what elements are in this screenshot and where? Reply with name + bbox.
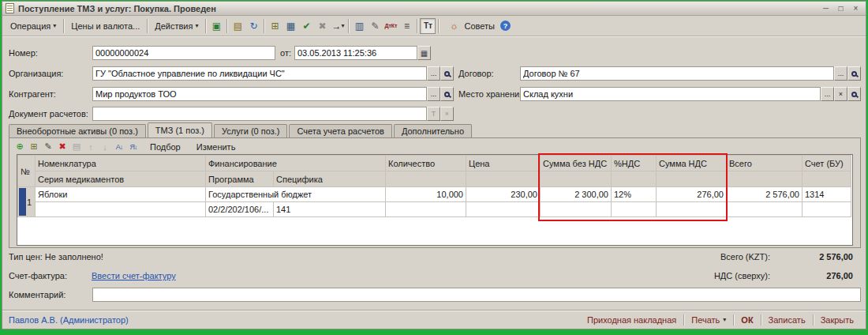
edit-row-icon[interactable]: ✎: [41, 140, 55, 153]
copy-document-icon[interactable]: ⊞: [267, 18, 282, 34]
col-header-empty: [386, 171, 466, 187]
price-cell[interactable]: 230,00: [466, 187, 541, 202]
document-window: Поступление ТМЗ и услуг: Покупка. Провед…: [2, 1, 866, 329]
col-header-financing: Финансирование: [206, 156, 386, 171]
dtkt-icon[interactable]: ДтКт: [383, 18, 398, 34]
organization-open-button[interactable]: [440, 66, 454, 81]
actions-button[interactable]: Действия ▾: [150, 19, 203, 33]
tab-additional[interactable]: Дополнительно: [394, 124, 472, 137]
empty-cell: [386, 202, 466, 217]
comment-input[interactable]: [92, 288, 861, 302]
counterparty-select-button[interactable]: ...: [427, 87, 440, 101]
counterparty-open-button[interactable]: [440, 87, 454, 101]
reread-icon[interactable]: ↻: [245, 18, 261, 34]
close-form-button[interactable]: Закрыть: [815, 314, 859, 326]
tips-label: Советы: [464, 21, 494, 31]
vat-sum-cell[interactable]: 276,00: [657, 187, 727, 202]
calendar-icon: ▦: [421, 49, 428, 58]
movements-icon[interactable]: ▥: [351, 18, 367, 34]
text-settings-icon[interactable]: Тт: [420, 18, 436, 34]
toolbar-separator: [264, 19, 264, 33]
nomenclature-cell[interactable]: Яблоки: [36, 187, 206, 202]
enter-invoice-link[interactable]: Ввести счет-фактуру: [92, 271, 176, 280]
row-number-cell[interactable]: 1: [18, 187, 36, 217]
prices-currency-button[interactable]: Цены и валюта...: [66, 19, 144, 33]
col-header-empty: [657, 171, 727, 187]
vat-total-row: НДС (сверху): 276,00: [714, 271, 853, 280]
tab-settlement-accounts[interactable]: Счета учета расчетов: [289, 124, 391, 137]
unpost-icon[interactable]: ✖: [314, 18, 330, 34]
command-separator: [813, 314, 814, 326]
contract-open-button[interactable]: [847, 66, 861, 81]
warehouse-open-button[interactable]: [847, 87, 861, 101]
warehouse-select-button[interactable]: ...: [821, 87, 834, 101]
current-user[interactable]: Павлов А.В. (Администратор): [9, 315, 129, 325]
minimize-button[interactable]: ─: [819, 2, 832, 14]
window-title: Поступление ТМЗ и услуг: Покупка. Провед…: [18, 4, 817, 13]
counterparty-input[interactable]: [92, 87, 427, 101]
incoming-invoice-button[interactable]: Приходная накладная: [582, 314, 682, 326]
operation-button[interactable]: Операция ▾: [6, 19, 61, 33]
number-input[interactable]: [92, 46, 275, 60]
titlebar: Поступление ТМЗ и услуг: Покупка. Провед…: [2, 2, 866, 16]
post-document-icon[interactable]: ▣: [208, 18, 224, 34]
add-row-icon[interactable]: ⊕: [13, 140, 27, 153]
command-separator: [761, 314, 761, 326]
ok-button[interactable]: ОК: [735, 314, 758, 326]
number-row: Номер: от: ▦: [9, 46, 858, 61]
settlement-doc-input[interactable]: [92, 107, 427, 121]
contract-input[interactable]: [520, 66, 834, 81]
copy-row-icon[interactable]: ⊞: [27, 140, 41, 153]
toolbar-separator: [205, 19, 206, 33]
vat-rate-cell[interactable]: 12%: [612, 187, 657, 202]
status-bar: Павлов А.В. (Администратор) Приходная на…: [2, 310, 866, 329]
tab-tmz[interactable]: ТМЗ (1 поз.): [148, 122, 212, 137]
specifics-cell[interactable]: 141: [274, 202, 386, 217]
row-number: 1: [27, 198, 32, 207]
tips-button[interactable]: ☼ Советы ?: [441, 16, 514, 36]
warehouse-input[interactable]: [520, 87, 821, 101]
series-cell[interactable]: [36, 202, 206, 217]
maximize-button[interactable]: □: [834, 2, 847, 14]
chevron-down-icon: ▾: [723, 316, 726, 323]
print-button[interactable]: Печать ▾: [686, 314, 731, 326]
organization-input[interactable]: [92, 66, 427, 81]
empty-cell: [466, 202, 541, 217]
organization-select-button[interactable]: ...: [427, 66, 440, 81]
go-to-icon[interactable]: → ▾: [330, 18, 346, 34]
col-header-empty: [803, 171, 851, 187]
delete-row-icon[interactable]: ✖: [55, 140, 69, 153]
structure-icon[interactable]: ≡: [398, 18, 414, 34]
invoice-label: Счет-фактура:: [9, 271, 67, 280]
edit-movements-icon[interactable]: ✎: [367, 18, 383, 34]
col-header-vat-sum: Сумма НДС: [657, 156, 727, 171]
toolbar-separator: [438, 19, 439, 33]
write-button[interactable]: Записать: [763, 314, 811, 326]
date-input[interactable]: [294, 46, 417, 60]
financing-cell[interactable]: Государственный бюджет: [206, 187, 386, 202]
invoice-row: Счет-фактура: Ввести счет-фактуру: [9, 271, 176, 280]
movements-list-icon[interactable]: ▤: [230, 18, 245, 34]
tab-services[interactable]: Услуги (0 поз.): [214, 124, 287, 137]
sort-asc-icon[interactable]: А↓: [112, 140, 126, 153]
save-icon[interactable]: ▦: [282, 18, 298, 34]
pick-button[interactable]: Подбор: [144, 141, 187, 152]
total-value: 2 576,00: [778, 252, 853, 262]
post-icon[interactable]: ✔: [298, 18, 314, 34]
sum-wo-vat-cell[interactable]: 2 300,00: [541, 187, 612, 202]
change-button[interactable]: Изменить: [190, 141, 242, 152]
sort-desc-icon[interactable]: Я↓: [126, 140, 140, 153]
account-cell[interactable]: 1314: [803, 187, 851, 202]
program-cell[interactable]: 02/2/202/106/...: [206, 202, 274, 217]
tab-noncurrent-assets[interactable]: Внеоборотные активы (0 поз.): [9, 124, 146, 137]
comment-label: Комментарий:: [9, 290, 65, 299]
warehouse-clear-button[interactable]: ×: [834, 87, 847, 101]
contract-select-button[interactable]: ...: [834, 66, 847, 81]
chevron-down-icon: ▾: [53, 22, 56, 29]
total-cell[interactable]: 2 576,00: [727, 187, 803, 202]
close-button[interactable]: ×: [849, 2, 862, 14]
quantity-cell[interactable]: 10,000: [386, 187, 466, 202]
settlement-doc-label: Документ расчетов:: [9, 109, 88, 119]
settlement-doc-row: Документ расчетов: Т ×: [9, 107, 858, 122]
calendar-button[interactable]: ▦: [417, 46, 431, 60]
